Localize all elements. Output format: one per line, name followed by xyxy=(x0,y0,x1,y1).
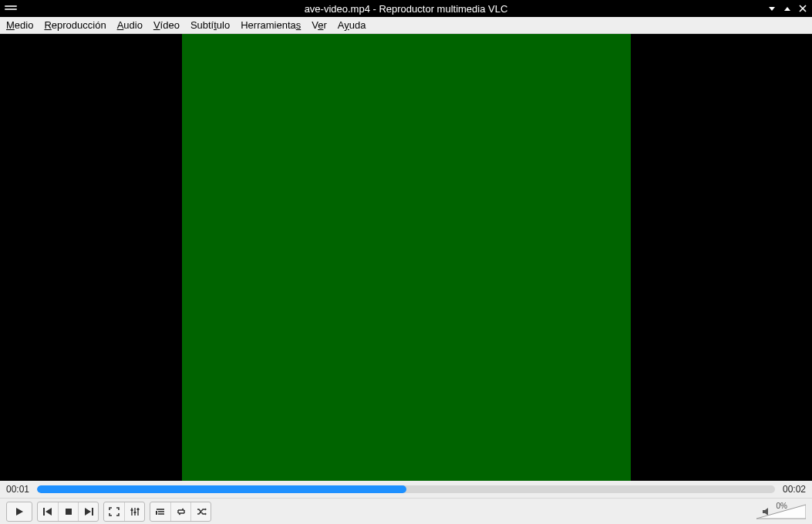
stop-button[interactable] xyxy=(58,502,78,521)
seek-fill xyxy=(37,485,406,493)
svg-marker-4 xyxy=(16,508,23,516)
menu-ver[interactable]: Ver xyxy=(312,19,327,31)
svg-rect-13 xyxy=(130,509,133,511)
skip-group xyxy=(37,502,99,522)
previous-button[interactable] xyxy=(38,502,58,521)
playlist-button[interactable] xyxy=(150,502,170,521)
loop-button[interactable] xyxy=(170,502,190,521)
menubar: Medio Reproducción Audio Vídeo Subtítulo… xyxy=(0,17,812,34)
window-title: ave-video.mp4 - Reproductor multimedia V… xyxy=(0,3,812,15)
menu-herramientas[interactable]: Herramientas xyxy=(241,19,301,31)
menu-subtitulo[interactable]: Subtítulo xyxy=(190,19,230,31)
menu-video[interactable]: Vídeo xyxy=(153,19,180,31)
svg-marker-20 xyxy=(205,508,207,510)
svg-rect-9 xyxy=(92,508,93,516)
play-button[interactable] xyxy=(6,502,32,522)
playlist-group xyxy=(150,502,211,522)
app-menu-icon[interactable] xyxy=(5,5,17,12)
titlebar: ave-video.mp4 - Reproductor multimedia V… xyxy=(0,0,812,17)
view-group xyxy=(103,502,145,522)
next-button[interactable] xyxy=(78,502,98,521)
svg-marker-21 xyxy=(205,512,207,515)
svg-marker-6 xyxy=(45,508,52,516)
time-total[interactable]: 00:02 xyxy=(783,484,806,495)
svg-rect-15 xyxy=(136,509,139,510)
fullscreen-button[interactable] xyxy=(104,502,124,521)
svg-rect-19 xyxy=(156,511,157,515)
menu-medio[interactable]: Medio xyxy=(6,19,33,31)
volume-control: 0% xyxy=(761,502,806,521)
video-area[interactable] xyxy=(0,34,812,481)
shuffle-button[interactable] xyxy=(190,502,211,521)
seek-row: 00:01 00:02 xyxy=(0,481,812,498)
svg-rect-5 xyxy=(43,508,45,516)
controls-row: 0% xyxy=(0,498,812,524)
volume-percent-label: 0% xyxy=(777,502,787,510)
video-frame xyxy=(182,34,631,481)
svg-rect-7 xyxy=(66,509,72,515)
menu-reproduccion[interactable]: Reproducción xyxy=(44,19,106,31)
time-elapsed[interactable]: 00:01 xyxy=(6,484,29,495)
extended-settings-button[interactable] xyxy=(124,502,144,521)
window-minimize-button[interactable] xyxy=(767,4,777,13)
svg-marker-1 xyxy=(784,7,790,11)
window-close-button[interactable] xyxy=(798,4,807,13)
seek-slider[interactable] xyxy=(37,485,775,493)
menu-ayuda[interactable]: Ayuda xyxy=(338,19,366,31)
svg-marker-8 xyxy=(85,508,91,516)
window-controls xyxy=(767,4,807,13)
window-maximize-button[interactable] xyxy=(783,4,792,13)
svg-marker-0 xyxy=(769,7,775,11)
svg-rect-14 xyxy=(133,512,136,513)
menu-audio[interactable]: Audio xyxy=(117,19,143,31)
